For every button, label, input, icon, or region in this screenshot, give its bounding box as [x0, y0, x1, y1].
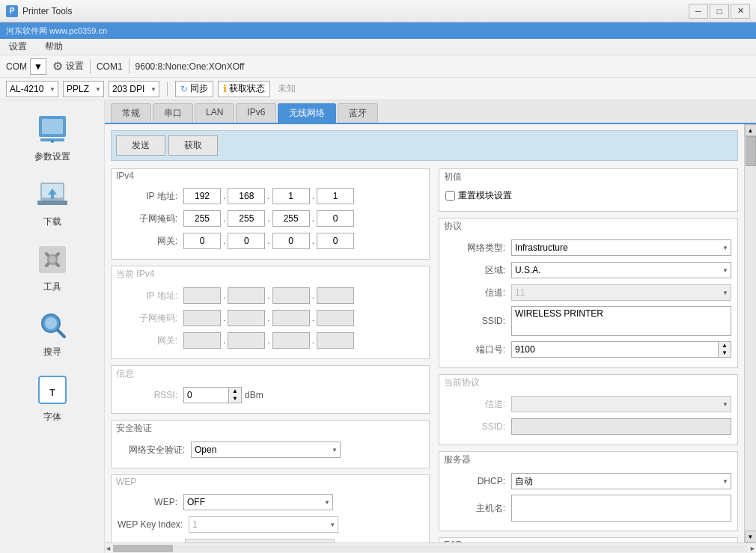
tab-bluetooth[interactable]: 蓝牙 [338, 103, 378, 123]
subnet-seg-1[interactable] [183, 210, 221, 227]
port-input[interactable] [511, 341, 718, 358]
menu-help[interactable]: 帮助 [42, 40, 66, 53]
dpi-selector[interactable]: 203 DPI [109, 81, 159, 97]
hscroll-left[interactable]: ◄ [105, 545, 112, 552]
scrollbar-thumb[interactable] [746, 136, 756, 166]
dpi-selector-wrapper[interactable]: 203 DPI [109, 81, 159, 97]
gw-seg-3[interactable] [272, 233, 310, 249]
tab-lan[interactable]: LAN [195, 103, 234, 123]
current-gw-row: 网关: . . . [118, 332, 423, 349]
ip-seg-4[interactable] [317, 188, 354, 204]
gateway-input-group[interactable]: . . . [183, 233, 354, 249]
status-button[interactable]: ℹ 获取状态 [218, 81, 270, 97]
right-column: 初值 重置模块设置 协议 [439, 168, 738, 543]
dhcp-wrapper[interactable]: 自动 [511, 473, 731, 489]
tab-general[interactable]: 常规 [111, 103, 151, 123]
rssi-input[interactable] [183, 387, 228, 403]
net-type-select[interactable]: Infrastructure [511, 239, 731, 256]
hscroll-thumb[interactable] [113, 545, 173, 552]
dhcp-select[interactable]: 自动 [511, 473, 731, 489]
rssi-spinner-btns[interactable]: ▲ ▼ [228, 387, 242, 403]
sidebar-item-font[interactable]: T 字体 [7, 367, 97, 429]
left-column: IPv4 IP 地址: . . [111, 168, 430, 543]
close-button[interactable]: ✕ [731, 4, 750, 19]
watermark-text: 河东软件网 www.pc0359.cn [6, 25, 107, 37]
sidebar-item-search[interactable]: 搜寻 [7, 302, 97, 364]
subnet-seg-2[interactable] [228, 210, 265, 227]
region-row: 区域: U.S.A. [445, 261, 731, 279]
subnet-seg-4[interactable] [317, 210, 354, 227]
region-select[interactable]: U.S.A. [511, 262, 731, 278]
current-protocol-section: 当前协议 信道: [439, 374, 738, 445]
net-security-wrapper[interactable]: Open [191, 442, 341, 458]
port-up[interactable]: ▲ [719, 342, 731, 349]
send-button[interactable]: 发送 [116, 135, 165, 156]
ip-seg-2[interactable] [228, 188, 265, 204]
subnet-input-group[interactable]: . . . [183, 210, 354, 227]
hscroll-track[interactable] [113, 545, 748, 552]
hostname-input[interactable] [511, 495, 731, 522]
port-spinner-btns[interactable]: ▲ ▼ [718, 341, 731, 358]
sidebar-item-params[interactable]: 参数设置 [7, 106, 97, 168]
current-subnet-label: 子网掩码: [118, 312, 177, 325]
model-selector-wrapper[interactable]: AL-4210 [6, 81, 58, 97]
tabs-bar: 常规 串口 LAN IPv6 无线网络 蓝牙 [105, 100, 756, 124]
svg-rect-1 [42, 119, 63, 134]
sidebar-item-tools[interactable]: 工具 [7, 236, 97, 299]
form-scroll[interactable]: 发送 获取 IPv4 IP 地址: [105, 124, 744, 543]
gw-seg-2[interactable] [228, 233, 265, 249]
ip-input-group[interactable]: . . . [183, 188, 354, 204]
port-down[interactable]: ▼ [719, 349, 731, 357]
ip-seg-3[interactable] [272, 188, 310, 204]
reset-checkbox[interactable] [445, 191, 455, 201]
ip-seg-1[interactable] [183, 188, 221, 204]
tab-ipv6[interactable]: IPv6 [236, 103, 276, 123]
reset-label: 重置模块设置 [458, 189, 512, 202]
port-spinner[interactable]: ▲ ▼ [511, 341, 731, 358]
ipv4-section-header: IPv4 [112, 169, 429, 183]
scroll-up-btn[interactable]: ▲ [745, 124, 757, 136]
wep-selector-wrapper[interactable]: OFF [183, 494, 333, 510]
hscroll-right[interactable]: ► [749, 545, 756, 552]
net-security-select[interactable]: Open [191, 442, 341, 458]
restore-button[interactable]: □ [710, 4, 729, 19]
lang-selector[interactable]: PPLZ [63, 81, 104, 97]
get-button[interactable]: 获取 [168, 135, 218, 156]
h-scrollbar[interactable]: ◄ ► [105, 543, 756, 553]
sidebar-item-download[interactable]: 下载 [7, 171, 97, 233]
current-ssid-input [511, 418, 731, 435]
current-subnet-group: . . . [183, 310, 354, 326]
settings-label[interactable]: 设置 [66, 60, 84, 73]
menu-settings[interactable]: 设置 [6, 40, 30, 53]
minimize-button[interactable]: ─ [689, 4, 708, 19]
rssi-up[interactable]: ▲ [229, 388, 241, 395]
com-dropdown[interactable]: COM ▼ [6, 58, 46, 75]
lang-selector-wrapper[interactable]: PPLZ [63, 81, 104, 97]
model-selector[interactable]: AL-4210 [6, 81, 58, 97]
ssid-input[interactable]: WIRELESS PRINTER [511, 306, 731, 336]
unknown-status: 未知 [278, 82, 296, 95]
ssid-row: SSID: WIRELESS PRINTER [445, 306, 731, 336]
tab-wireless[interactable]: 无线网络 [278, 103, 336, 123]
gw-seg-1[interactable] [183, 233, 221, 249]
rssi-down[interactable]: ▼ [229, 395, 241, 403]
sync-button[interactable]: ↻ 同步 [175, 81, 213, 97]
scroll-down-btn[interactable]: ▼ [745, 531, 757, 543]
region-wrapper[interactable]: U.S.A. [511, 262, 731, 278]
right-scrollbar[interactable]: ▲ ▼ [744, 124, 756, 543]
subnet-seg-3[interactable] [272, 210, 310, 227]
com-selector[interactable]: ▼ [30, 58, 46, 75]
tab-serial[interactable]: 串口 [153, 103, 193, 123]
wep-key-index-row: WEP Key Index: 1 [118, 516, 423, 534]
net-type-wrapper[interactable]: Infrastructure [511, 239, 731, 256]
hostname-label: 主机名: [445, 502, 505, 515]
c-gw-3 [272, 332, 310, 349]
rssi-spinner[interactable]: ▲ ▼ dBm [183, 387, 263, 403]
security-header: 安全验证 [112, 421, 429, 436]
gear-icon[interactable]: ⚙ [52, 59, 63, 73]
window-controls: ─ □ ✕ [689, 4, 750, 19]
wep-select[interactable]: OFF [183, 494, 333, 510]
wep-key-index-wrapper[interactable]: 1 [189, 516, 338, 533]
scrollbar-track[interactable] [745, 136, 757, 531]
gw-seg-4[interactable] [317, 233, 354, 249]
